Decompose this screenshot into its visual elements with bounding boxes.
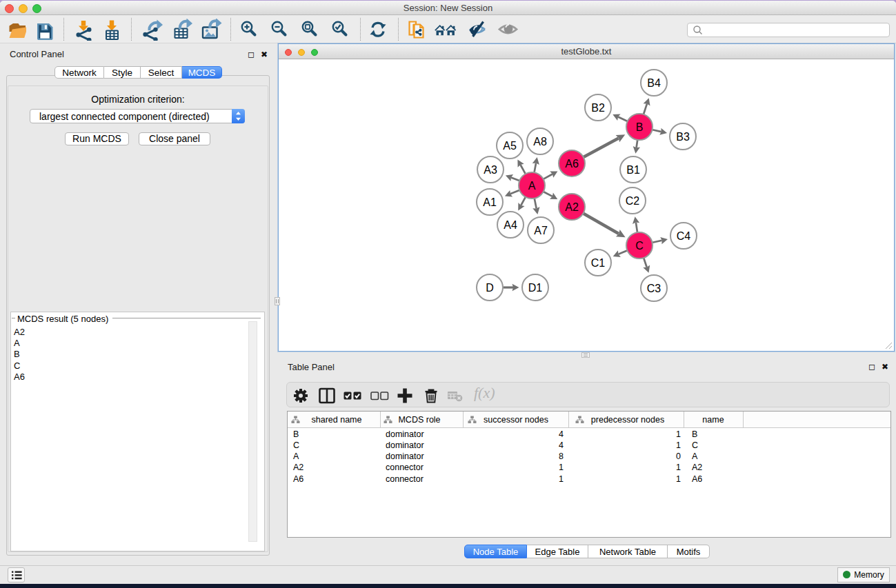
svg-text:C4: C4 [677, 230, 691, 242]
svg-text:B4: B4 [647, 77, 661, 89]
svg-text:B2: B2 [591, 102, 605, 114]
svg-text:A1: A1 [483, 196, 497, 208]
svg-text:C3: C3 [647, 283, 661, 294]
svg-text:C2: C2 [626, 195, 640, 207]
svg-text:A4: A4 [504, 219, 517, 231]
svg-text:A5: A5 [503, 140, 517, 152]
svg-text:A6: A6 [565, 158, 579, 170]
svg-text:B3: B3 [676, 131, 690, 143]
svg-text:C1: C1 [591, 257, 606, 269]
svg-text:B: B [636, 121, 644, 133]
svg-text:D1: D1 [528, 282, 543, 294]
svg-text:A3: A3 [484, 164, 497, 176]
svg-text:C: C [635, 240, 644, 252]
svg-text:A7: A7 [534, 225, 548, 236]
svg-text:A2: A2 [565, 201, 579, 213]
svg-text:B1: B1 [626, 164, 640, 176]
svg-text:D: D [486, 282, 494, 294]
svg-text:A: A [528, 180, 536, 192]
svg-text:A8: A8 [533, 136, 547, 148]
